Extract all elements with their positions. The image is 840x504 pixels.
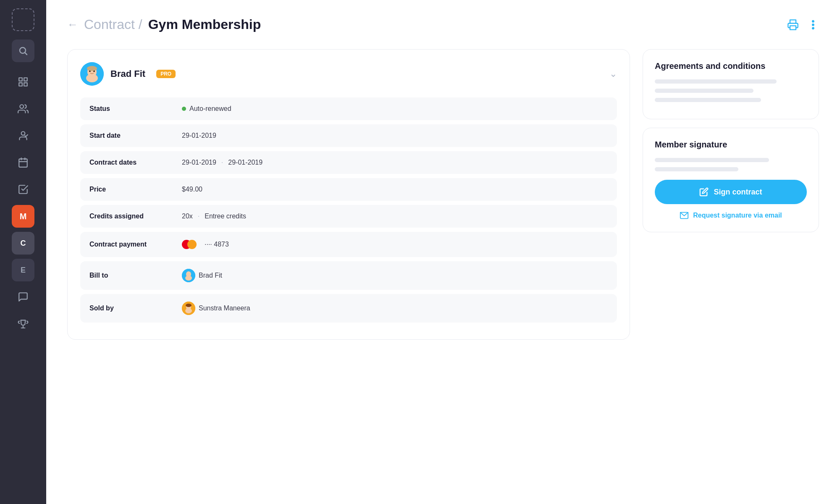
page-header: ← Contract / Gym Membership bbox=[67, 17, 819, 32]
label-status: Status bbox=[89, 105, 182, 113]
more-button[interactable] bbox=[807, 19, 819, 31]
message-icon bbox=[18, 291, 29, 302]
sign-contract-button[interactable]: Sign contract bbox=[655, 180, 807, 204]
sidebar-item-active-m[interactable]: M bbox=[12, 205, 34, 228]
svg-point-22 bbox=[87, 66, 97, 71]
agreements-line-1 bbox=[655, 79, 777, 84]
detail-row-billto: Bill to Brad Fit bbox=[80, 261, 617, 290]
svg-rect-13 bbox=[790, 26, 796, 29]
sidebar-item-c[interactable]: C bbox=[12, 232, 34, 255]
sidebar-item-leads[interactable] bbox=[12, 124, 34, 147]
billto-avatar bbox=[182, 269, 195, 282]
print-button[interactable] bbox=[787, 19, 799, 31]
pro-badge: PRO bbox=[156, 70, 176, 78]
agreements-card: Agreements and conditions bbox=[643, 49, 819, 119]
contract-dates-sep: · bbox=[221, 159, 223, 166]
members-icon bbox=[18, 103, 29, 114]
billto-name: Brad Fit bbox=[199, 272, 222, 279]
sidebar-item-dashboard[interactable] bbox=[12, 71, 34, 93]
signature-line-1 bbox=[655, 158, 769, 162]
soldby-name: Sunstra Maneera bbox=[199, 304, 250, 312]
signature-line-2 bbox=[655, 167, 738, 171]
avatar bbox=[80, 62, 104, 86]
header-right bbox=[787, 19, 819, 31]
label-startdate: Start date bbox=[89, 132, 182, 139]
svg-point-29 bbox=[186, 304, 192, 307]
agreements-line-2 bbox=[655, 89, 753, 93]
svg-rect-3 bbox=[24, 78, 27, 81]
more-vertical-icon bbox=[807, 19, 819, 31]
svg-point-28 bbox=[185, 308, 192, 313]
credits-sep: · bbox=[198, 213, 200, 220]
member-info: Brad Fit PRO bbox=[80, 62, 176, 86]
label-payment: Contract payment bbox=[89, 241, 182, 248]
value-contractdates: 29-01-2019 · 29-01-2019 bbox=[182, 159, 262, 166]
sidebar-e-label: E bbox=[21, 266, 26, 275]
svg-line-1 bbox=[25, 53, 27, 55]
status-dot bbox=[182, 107, 186, 111]
sidebar-search-btn[interactable] bbox=[12, 39, 34, 62]
value-price: $49.00 bbox=[182, 186, 202, 193]
trophy-icon bbox=[18, 318, 29, 329]
value-soldby: Sunstra Maneera bbox=[182, 302, 250, 315]
grid-icon bbox=[18, 76, 29, 87]
payment-digits: ···· 4873 bbox=[205, 241, 229, 248]
value-payment: ···· 4873 bbox=[182, 239, 229, 249]
pencil-icon bbox=[699, 187, 709, 197]
breadcrumb-prefix: Contract / bbox=[84, 17, 142, 32]
page-title: Gym Membership bbox=[148, 17, 261, 32]
sidebar-item-members[interactable] bbox=[12, 97, 34, 120]
sidebar: M C E bbox=[0, 0, 46, 504]
value-credits: 20x · Entree credits bbox=[182, 213, 246, 220]
svg-point-16 bbox=[812, 27, 814, 29]
svg-point-19 bbox=[86, 74, 98, 82]
value-startdate: 29-01-2019 bbox=[182, 132, 216, 139]
print-icon bbox=[787, 19, 799, 31]
label-credits: Credits assigned bbox=[89, 213, 182, 220]
request-signature-link[interactable]: Request signature via email bbox=[655, 211, 807, 220]
detail-row-payment: Contract payment ···· 4873 bbox=[80, 232, 617, 257]
sidebar-c-label: C bbox=[21, 239, 26, 248]
agreements-line-3 bbox=[655, 98, 761, 102]
detail-row-soldby: Sold by Sunstra Maneera bbox=[80, 294, 617, 323]
member-chevron-down[interactable]: ⌄ bbox=[609, 68, 617, 79]
svg-point-7 bbox=[21, 131, 25, 135]
main-content: ← Contract / Gym Membership bbox=[46, 0, 840, 504]
label-billto: Bill to bbox=[89, 272, 182, 279]
sign-btn-label: Sign contract bbox=[714, 188, 762, 197]
svg-point-25 bbox=[185, 276, 192, 281]
avatar-face bbox=[80, 62, 104, 86]
signature-title: Member signature bbox=[655, 140, 807, 150]
credits-type: Entree credits bbox=[205, 213, 246, 220]
detail-row-price: Price $49.00 bbox=[80, 178, 617, 201]
sidebar-item-calendar[interactable] bbox=[12, 151, 34, 174]
billto-avatar-face bbox=[182, 269, 195, 282]
calendar-icon bbox=[18, 157, 29, 168]
contract-date-to: 29-01-2019 bbox=[228, 159, 262, 166]
detail-row-status: Status Auto-renewed bbox=[80, 97, 617, 120]
sidebar-item-e[interactable]: E bbox=[12, 259, 34, 281]
contract-date-from: 29-01-2019 bbox=[182, 159, 216, 166]
sidebar-item-tasks[interactable] bbox=[12, 178, 34, 201]
sidebar-item-messages[interactable] bbox=[12, 286, 34, 308]
contract-card: Brad Fit PRO ⌄ Status Auto-renewed Start… bbox=[67, 49, 630, 340]
label-soldby: Sold by bbox=[89, 304, 182, 312]
credits-qty: 20x bbox=[182, 213, 193, 220]
mastercard-icon bbox=[182, 239, 197, 249]
svg-rect-2 bbox=[19, 78, 22, 81]
agreements-title: Agreements and conditions bbox=[655, 61, 807, 71]
sidebar-item-trophy[interactable] bbox=[12, 312, 34, 335]
svg-point-6 bbox=[20, 105, 24, 108]
back-button[interactable]: ← bbox=[67, 18, 78, 31]
soldby-avatar-face bbox=[182, 302, 195, 315]
mail-icon bbox=[680, 211, 689, 220]
search-icon bbox=[18, 46, 28, 56]
right-panel: Agreements and conditions Member signatu… bbox=[643, 49, 819, 340]
label-price: Price bbox=[89, 186, 182, 193]
svg-point-15 bbox=[812, 24, 814, 25]
email-sig-label: Request signature via email bbox=[693, 212, 782, 219]
label-contractdates: Contract dates bbox=[89, 159, 182, 166]
member-header: Brad Fit PRO ⌄ bbox=[80, 62, 617, 86]
leads-icon bbox=[18, 130, 29, 141]
detail-row-startdate: Start date 29-01-2019 bbox=[80, 124, 617, 147]
